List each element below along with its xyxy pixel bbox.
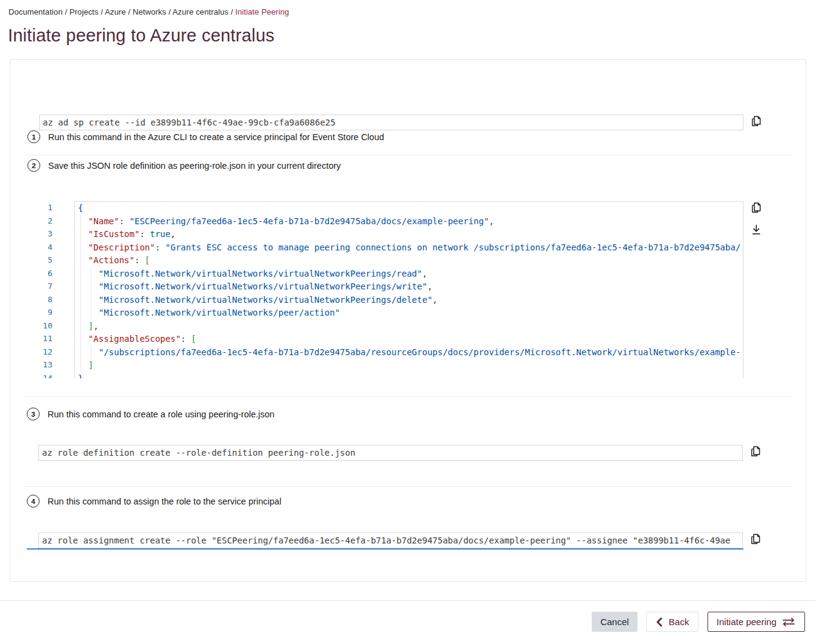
horizontal-scrollbar[interactable] [27, 548, 743, 550]
step-1-command-input[interactable]: az ad sp create --id e3899b11-4f6c-49ae-… [39, 115, 743, 130]
code-line: "Actions": [ [75, 254, 743, 267]
step-1-copy-button[interactable] [749, 115, 764, 129]
cancel-button[interactable]: Cancel [592, 612, 637, 632]
step-1-row: 1 Run this command in the Azure CLI to c… [27, 130, 384, 143]
breadcrumb-link[interactable]: Networks [133, 7, 166, 16]
step-1-instruction: Run this command in the Azure CLI to cre… [48, 132, 384, 142]
breadcrumb-link[interactable]: Projects [69, 7, 99, 16]
line-number: 3 [27, 227, 52, 241]
line-number: 11 [27, 332, 52, 345]
step-4-copy-button[interactable] [748, 533, 763, 547]
step-3-copy-button[interactable] [748, 445, 763, 459]
json-editor-gutter: 1234567891011121314 [27, 201, 52, 378]
line-number: 8 [27, 293, 52, 306]
step-2-number-badge: 2 [27, 159, 40, 172]
step-3-row: 3 Run this command to create a role usin… [27, 408, 274, 420]
step-4-instruction: Run this command to assign the role to t… [48, 497, 282, 506]
indent-guide [80, 214, 81, 372]
indent-guide [91, 345, 91, 359]
step-3-number-badge: 3 [27, 408, 40, 420]
json-editor-code[interactable]: { "Name": "ESCPeering/fa7eed6a-1ec5-4efa… [74, 201, 743, 378]
breadcrumb-link[interactable]: Azure [105, 7, 126, 16]
breadcrumb-link[interactable]: Documentation [9, 7, 63, 16]
code-line: ] [75, 359, 743, 372]
download-icon [750, 223, 763, 238]
swap-arrows-icon [781, 617, 796, 628]
code-line: { [75, 202, 743, 215]
line-number: 9 [27, 306, 52, 319]
cancel-button-label: Cancel [600, 617, 629, 627]
code-line: "Microsoft.Network/virtualNetworks/virtu… [75, 267, 743, 281]
step-1-number-badge: 1 [27, 130, 40, 143]
code-line: } [75, 372, 743, 379]
code-line: "Description": "Grants ESC access to man… [75, 241, 743, 255]
footer-divider [0, 600, 816, 601]
code-line: "/subscriptions/fa7eed6a-1ec5-4efa-b71a-… [75, 346, 743, 359]
line-number: 6 [27, 267, 52, 280]
copy-icon [750, 115, 763, 130]
step-divider [23, 155, 793, 155]
code-line: ], [75, 320, 743, 333]
step-4-row: 4 Run this command to assign the role to… [27, 495, 282, 508]
line-number: 5 [27, 253, 52, 267]
step-3-command-input[interactable]: az role definition create --role-definit… [38, 445, 743, 461]
step-2-row: 2 Save this JSON role definition as peer… [27, 159, 341, 172]
code-line: "AssignableScopes": [ [75, 333, 743, 346]
indent-guide [91, 267, 91, 319]
line-number: 7 [27, 280, 52, 293]
line-number: 4 [27, 241, 52, 254]
copy-icon [749, 445, 762, 460]
json-copy-button[interactable] [749, 201, 764, 216]
back-button[interactable]: Back [646, 612, 698, 632]
breadcrumb-link[interactable]: Azure centralus [172, 7, 229, 16]
back-button-label: Back [669, 617, 689, 627]
step-3-instruction: Run this command to create a role using … [48, 409, 274, 419]
line-number: 1 [27, 201, 52, 214]
breadcrumb-separator: / [63, 7, 69, 16]
breadcrumb-current: Initiate Peering [235, 7, 289, 16]
line-number: 13 [27, 358, 52, 372]
line-number: 2 [27, 214, 52, 228]
chevron-left-icon [655, 617, 664, 627]
step-divider [23, 486, 793, 487]
initiate-peering-button[interactable]: Initiate peering [708, 612, 805, 632]
code-line: "Microsoft.Network/virtualNetworks/virtu… [75, 280, 743, 294]
page-title: Initiate peering to Azure centralus [8, 26, 274, 46]
breadcrumb-separator: / [229, 7, 235, 16]
copy-icon [750, 201, 763, 216]
breadcrumb-separator: / [166, 7, 172, 16]
breadcrumb: Documentation / Projects / Azure / Netwo… [9, 7, 289, 16]
step-divider [23, 396, 793, 397]
line-number: 10 [27, 319, 52, 333]
code-line: "Microsoft.Network/virtualNetworks/peer/… [75, 306, 743, 320]
step-2-instruction: Save this JSON role definition as peerin… [48, 161, 341, 171]
json-download-button[interactable] [749, 223, 764, 238]
line-number: 14 [27, 372, 52, 379]
step-4-command-input[interactable]: az role assignment create --role "ESCPee… [38, 533, 743, 548]
initiate-peering-button-label: Initiate peering [717, 617, 776, 627]
code-line: "IsCustom": true, [75, 228, 743, 241]
line-number: 12 [27, 345, 52, 359]
code-line: "Microsoft.Network/virtualNetworks/virtu… [75, 294, 743, 307]
breadcrumb-separator: / [99, 7, 105, 16]
step-4-number-badge: 4 [27, 495, 40, 508]
code-line: "Name": "ESCPeering/fa7eed6a-1ec5-4efa-b… [75, 215, 743, 228]
copy-icon [749, 533, 762, 548]
breadcrumb-separator: / [126, 7, 133, 16]
initiate-peering-wizard: Documentation / Projects / Azure / Netwo… [0, 0, 816, 644]
